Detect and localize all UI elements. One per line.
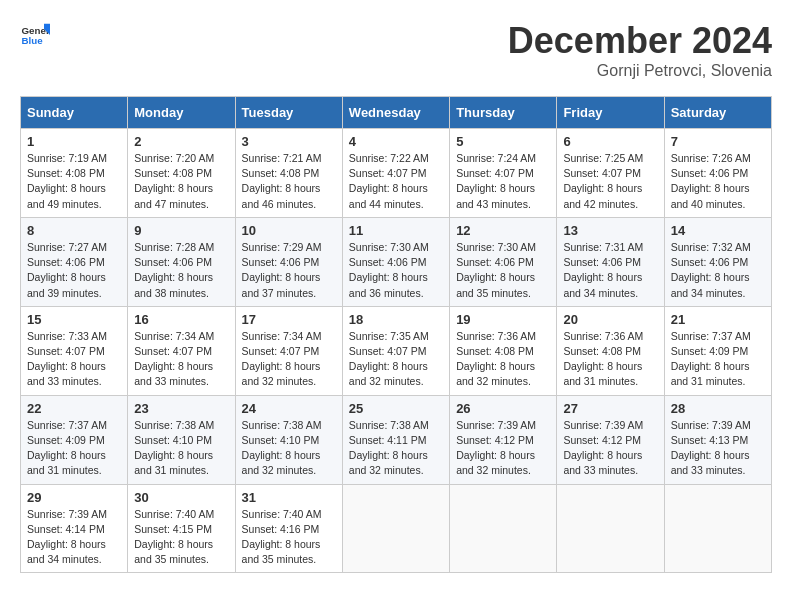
day-info: Sunrise: 7:38 AMSunset: 4:11 PMDaylight:… bbox=[349, 418, 443, 479]
day-cell-25: 25Sunrise: 7:38 AMSunset: 4:11 PMDayligh… bbox=[342, 395, 449, 484]
day-cell-4: 4Sunrise: 7:22 AMSunset: 4:07 PMDaylight… bbox=[342, 129, 449, 218]
day-info: Sunrise: 7:19 AMSunset: 4:08 PMDaylight:… bbox=[27, 151, 121, 212]
day-info: Sunrise: 7:37 AMSunset: 4:09 PMDaylight:… bbox=[27, 418, 121, 479]
day-info: Sunrise: 7:32 AMSunset: 4:06 PMDaylight:… bbox=[671, 240, 765, 301]
day-cell-15: 15Sunrise: 7:33 AMSunset: 4:07 PMDayligh… bbox=[21, 306, 128, 395]
day-number: 12 bbox=[456, 223, 550, 238]
day-number: 5 bbox=[456, 134, 550, 149]
day-number: 20 bbox=[563, 312, 657, 327]
empty-cell bbox=[664, 484, 771, 573]
day-number: 10 bbox=[242, 223, 336, 238]
day-number: 28 bbox=[671, 401, 765, 416]
day-number: 23 bbox=[134, 401, 228, 416]
day-number: 13 bbox=[563, 223, 657, 238]
header: General Blue December 2024 Gornji Petrov… bbox=[20, 20, 772, 80]
day-number: 19 bbox=[456, 312, 550, 327]
day-cell-10: 10Sunrise: 7:29 AMSunset: 4:06 PMDayligh… bbox=[235, 217, 342, 306]
week-row-1: 1Sunrise: 7:19 AMSunset: 4:08 PMDaylight… bbox=[21, 129, 772, 218]
month-title: December 2024 bbox=[508, 20, 772, 62]
day-number: 4 bbox=[349, 134, 443, 149]
day-cell-20: 20Sunrise: 7:36 AMSunset: 4:08 PMDayligh… bbox=[557, 306, 664, 395]
day-cell-2: 2Sunrise: 7:20 AMSunset: 4:08 PMDaylight… bbox=[128, 129, 235, 218]
day-info: Sunrise: 7:38 AMSunset: 4:10 PMDaylight:… bbox=[134, 418, 228, 479]
weekday-tuesday: Tuesday bbox=[235, 97, 342, 129]
day-cell-3: 3Sunrise: 7:21 AMSunset: 4:08 PMDaylight… bbox=[235, 129, 342, 218]
day-number: 9 bbox=[134, 223, 228, 238]
day-number: 7 bbox=[671, 134, 765, 149]
day-cell-21: 21Sunrise: 7:37 AMSunset: 4:09 PMDayligh… bbox=[664, 306, 771, 395]
day-info: Sunrise: 7:30 AMSunset: 4:06 PMDaylight:… bbox=[456, 240, 550, 301]
weekday-saturday: Saturday bbox=[664, 97, 771, 129]
day-number: 22 bbox=[27, 401, 121, 416]
day-info: Sunrise: 7:22 AMSunset: 4:07 PMDaylight:… bbox=[349, 151, 443, 212]
day-info: Sunrise: 7:39 AMSunset: 4:12 PMDaylight:… bbox=[563, 418, 657, 479]
week-row-5: 29Sunrise: 7:39 AMSunset: 4:14 PMDayligh… bbox=[21, 484, 772, 573]
day-info: Sunrise: 7:33 AMSunset: 4:07 PMDaylight:… bbox=[27, 329, 121, 390]
day-info: Sunrise: 7:40 AMSunset: 4:16 PMDaylight:… bbox=[242, 507, 336, 568]
day-cell-29: 29Sunrise: 7:39 AMSunset: 4:14 PMDayligh… bbox=[21, 484, 128, 573]
day-info: Sunrise: 7:34 AMSunset: 4:07 PMDaylight:… bbox=[134, 329, 228, 390]
day-info: Sunrise: 7:28 AMSunset: 4:06 PMDaylight:… bbox=[134, 240, 228, 301]
day-cell-28: 28Sunrise: 7:39 AMSunset: 4:13 PMDayligh… bbox=[664, 395, 771, 484]
day-info: Sunrise: 7:21 AMSunset: 4:08 PMDaylight:… bbox=[242, 151, 336, 212]
calendar-table: SundayMondayTuesdayWednesdayThursdayFrid… bbox=[20, 96, 772, 573]
day-info: Sunrise: 7:29 AMSunset: 4:06 PMDaylight:… bbox=[242, 240, 336, 301]
day-cell-16: 16Sunrise: 7:34 AMSunset: 4:07 PMDayligh… bbox=[128, 306, 235, 395]
day-number: 16 bbox=[134, 312, 228, 327]
day-cell-30: 30Sunrise: 7:40 AMSunset: 4:15 PMDayligh… bbox=[128, 484, 235, 573]
day-cell-9: 9Sunrise: 7:28 AMSunset: 4:06 PMDaylight… bbox=[128, 217, 235, 306]
day-number: 31 bbox=[242, 490, 336, 505]
day-info: Sunrise: 7:40 AMSunset: 4:15 PMDaylight:… bbox=[134, 507, 228, 568]
empty-cell bbox=[342, 484, 449, 573]
day-number: 30 bbox=[134, 490, 228, 505]
day-info: Sunrise: 7:24 AMSunset: 4:07 PMDaylight:… bbox=[456, 151, 550, 212]
week-row-3: 15Sunrise: 7:33 AMSunset: 4:07 PMDayligh… bbox=[21, 306, 772, 395]
day-cell-8: 8Sunrise: 7:27 AMSunset: 4:06 PMDaylight… bbox=[21, 217, 128, 306]
day-number: 3 bbox=[242, 134, 336, 149]
day-info: Sunrise: 7:36 AMSunset: 4:08 PMDaylight:… bbox=[563, 329, 657, 390]
day-info: Sunrise: 7:27 AMSunset: 4:06 PMDaylight:… bbox=[27, 240, 121, 301]
day-number: 29 bbox=[27, 490, 121, 505]
logo-icon: General Blue bbox=[20, 20, 50, 50]
day-info: Sunrise: 7:38 AMSunset: 4:10 PMDaylight:… bbox=[242, 418, 336, 479]
day-number: 27 bbox=[563, 401, 657, 416]
day-info: Sunrise: 7:39 AMSunset: 4:12 PMDaylight:… bbox=[456, 418, 550, 479]
day-number: 24 bbox=[242, 401, 336, 416]
day-info: Sunrise: 7:20 AMSunset: 4:08 PMDaylight:… bbox=[134, 151, 228, 212]
day-cell-14: 14Sunrise: 7:32 AMSunset: 4:06 PMDayligh… bbox=[664, 217, 771, 306]
svg-text:Blue: Blue bbox=[22, 35, 44, 46]
day-cell-6: 6Sunrise: 7:25 AMSunset: 4:07 PMDaylight… bbox=[557, 129, 664, 218]
empty-cell bbox=[557, 484, 664, 573]
day-info: Sunrise: 7:30 AMSunset: 4:06 PMDaylight:… bbox=[349, 240, 443, 301]
day-cell-11: 11Sunrise: 7:30 AMSunset: 4:06 PMDayligh… bbox=[342, 217, 449, 306]
weekday-sunday: Sunday bbox=[21, 97, 128, 129]
day-cell-12: 12Sunrise: 7:30 AMSunset: 4:06 PMDayligh… bbox=[450, 217, 557, 306]
weekday-monday: Monday bbox=[128, 97, 235, 129]
day-cell-13: 13Sunrise: 7:31 AMSunset: 4:06 PMDayligh… bbox=[557, 217, 664, 306]
day-cell-31: 31Sunrise: 7:40 AMSunset: 4:16 PMDayligh… bbox=[235, 484, 342, 573]
day-number: 6 bbox=[563, 134, 657, 149]
title-area: December 2024 Gornji Petrovci, Slovenia bbox=[508, 20, 772, 80]
location-title: Gornji Petrovci, Slovenia bbox=[508, 62, 772, 80]
day-cell-27: 27Sunrise: 7:39 AMSunset: 4:12 PMDayligh… bbox=[557, 395, 664, 484]
day-cell-1: 1Sunrise: 7:19 AMSunset: 4:08 PMDaylight… bbox=[21, 129, 128, 218]
day-cell-18: 18Sunrise: 7:35 AMSunset: 4:07 PMDayligh… bbox=[342, 306, 449, 395]
day-cell-19: 19Sunrise: 7:36 AMSunset: 4:08 PMDayligh… bbox=[450, 306, 557, 395]
day-number: 1 bbox=[27, 134, 121, 149]
day-info: Sunrise: 7:25 AMSunset: 4:07 PMDaylight:… bbox=[563, 151, 657, 212]
day-cell-17: 17Sunrise: 7:34 AMSunset: 4:07 PMDayligh… bbox=[235, 306, 342, 395]
weekday-header-row: SundayMondayTuesdayWednesdayThursdayFrid… bbox=[21, 97, 772, 129]
day-cell-7: 7Sunrise: 7:26 AMSunset: 4:06 PMDaylight… bbox=[664, 129, 771, 218]
day-number: 26 bbox=[456, 401, 550, 416]
day-number: 11 bbox=[349, 223, 443, 238]
day-info: Sunrise: 7:34 AMSunset: 4:07 PMDaylight:… bbox=[242, 329, 336, 390]
day-number: 17 bbox=[242, 312, 336, 327]
day-cell-22: 22Sunrise: 7:37 AMSunset: 4:09 PMDayligh… bbox=[21, 395, 128, 484]
day-info: Sunrise: 7:37 AMSunset: 4:09 PMDaylight:… bbox=[671, 329, 765, 390]
day-info: Sunrise: 7:39 AMSunset: 4:14 PMDaylight:… bbox=[27, 507, 121, 568]
week-row-4: 22Sunrise: 7:37 AMSunset: 4:09 PMDayligh… bbox=[21, 395, 772, 484]
week-row-2: 8Sunrise: 7:27 AMSunset: 4:06 PMDaylight… bbox=[21, 217, 772, 306]
day-number: 18 bbox=[349, 312, 443, 327]
day-number: 14 bbox=[671, 223, 765, 238]
day-cell-26: 26Sunrise: 7:39 AMSunset: 4:12 PMDayligh… bbox=[450, 395, 557, 484]
